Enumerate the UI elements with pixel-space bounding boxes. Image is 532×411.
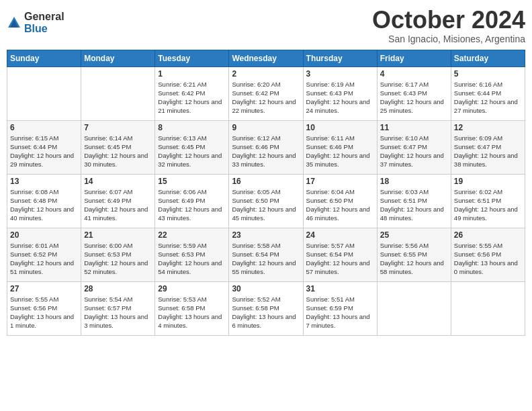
day-number: 15 [158,177,226,186]
calendar-cell: 23Sunrise: 5:58 AM Sunset: 6:54 PM Dayli… [229,228,303,281]
calendar-cell: 24Sunrise: 5:57 AM Sunset: 6:54 PM Dayli… [303,228,377,281]
calendar-cell: 9Sunrise: 6:12 AM Sunset: 6:46 PM Daylig… [229,120,303,174]
calendar-cell: 5Sunrise: 6:16 AM Sunset: 6:44 PM Daylig… [451,66,525,120]
calendar-cell: 13Sunrise: 6:08 AM Sunset: 6:48 PM Dayli… [7,174,81,228]
calendar-cell: 12Sunrise: 6:09 AM Sunset: 6:47 PM Dayli… [451,120,525,174]
day-number: 8 [158,123,226,132]
calendar-cell: 20Sunrise: 6:01 AM Sunset: 6:52 PM Dayli… [7,228,81,281]
calendar-cell: 11Sunrise: 6:10 AM Sunset: 6:47 PM Dayli… [377,120,451,174]
calendar-header-tuesday: Tuesday [155,50,229,66]
logo-blue-text: Blue [24,23,64,35]
calendar-cell: 25Sunrise: 5:56 AM Sunset: 6:55 PM Dayli… [377,228,451,281]
calendar-cell: 21Sunrise: 6:00 AM Sunset: 6:53 PM Dayli… [81,228,155,281]
day-number: 26 [454,230,522,240]
calendar-cell: 27Sunrise: 5:55 AM Sunset: 6:56 PM Dayli… [7,281,81,335]
calendar-header-sunday: Sunday [7,50,81,66]
calendar-cell: 26Sunrise: 5:55 AM Sunset: 6:56 PM Dayli… [451,228,525,281]
day-number: 21 [84,230,152,240]
day-info: Sunrise: 6:07 AM Sunset: 6:49 PM Dayligh… [84,187,152,223]
calendar-cell [7,66,81,120]
day-number: 5 [454,69,522,79]
calendar-cell: 2Sunrise: 6:20 AM Sunset: 6:42 PM Daylig… [229,66,303,120]
day-info: Sunrise: 6:00 AM Sunset: 6:53 PM Dayligh… [84,241,152,277]
calendar-header-monday: Monday [81,50,155,66]
day-info: Sunrise: 6:13 AM Sunset: 6:45 PM Dayligh… [158,134,226,169]
day-number: 7 [84,123,152,132]
day-info: Sunrise: 5:51 AM Sunset: 6:59 PM Dayligh… [306,295,374,330]
calendar-cell: 17Sunrise: 6:04 AM Sunset: 6:50 PM Dayli… [303,174,377,228]
calendar-cell: 7Sunrise: 6:14 AM Sunset: 6:45 PM Daylig… [81,120,155,174]
day-number: 18 [380,177,448,186]
calendar-cell: 19Sunrise: 6:02 AM Sunset: 6:51 PM Dayli… [451,174,525,228]
day-info: Sunrise: 6:12 AM Sunset: 6:46 PM Dayligh… [232,134,300,169]
day-number: 6 [10,123,78,132]
day-number: 29 [158,284,226,293]
day-info: Sunrise: 6:10 AM Sunset: 6:47 PM Dayligh… [380,134,448,169]
day-number: 10 [306,123,374,132]
calendar-cell: 18Sunrise: 6:03 AM Sunset: 6:51 PM Dayli… [377,174,451,228]
calendar-header-saturday: Saturday [451,50,525,66]
calendar-cell: 4Sunrise: 6:17 AM Sunset: 6:43 PM Daylig… [377,66,451,120]
day-number: 23 [232,230,300,240]
day-number: 2 [232,69,300,79]
day-number: 14 [84,177,152,186]
day-info: Sunrise: 6:11 AM Sunset: 6:46 PM Dayligh… [306,134,374,169]
title-block: October 2024 San Ignacio, Misiones, Arge… [372,7,525,44]
calendar-cell: 30Sunrise: 5:52 AM Sunset: 6:58 PM Dayli… [229,281,303,335]
calendar-week-row: 6Sunrise: 6:15 AM Sunset: 6:44 PM Daylig… [7,120,525,174]
day-info: Sunrise: 6:20 AM Sunset: 6:42 PM Dayligh… [232,80,300,116]
day-number: 1 [158,69,226,79]
day-number: 3 [306,69,374,79]
day-info: Sunrise: 6:17 AM Sunset: 6:43 PM Dayligh… [380,80,448,116]
day-info: Sunrise: 5:56 AM Sunset: 6:55 PM Dayligh… [380,241,448,277]
day-info: Sunrise: 5:58 AM Sunset: 6:54 PM Dayligh… [232,241,300,277]
calendar-cell: 3Sunrise: 6:19 AM Sunset: 6:43 PM Daylig… [303,66,377,120]
day-info: Sunrise: 6:01 AM Sunset: 6:52 PM Dayligh… [10,241,78,277]
calendar-header-wednesday: Wednesday [229,50,303,66]
day-number: 31 [306,284,374,293]
calendar-cell [377,281,451,335]
calendar-table: SundayMondayTuesdayWednesdayThursdayFrid… [7,50,525,336]
day-info: Sunrise: 6:08 AM Sunset: 6:48 PM Dayligh… [10,187,78,223]
day-info: Sunrise: 5:54 AM Sunset: 6:57 PM Dayligh… [84,295,152,330]
calendar-week-row: 27Sunrise: 5:55 AM Sunset: 6:56 PM Dayli… [7,281,525,335]
calendar-cell: 10Sunrise: 6:11 AM Sunset: 6:46 PM Dayli… [303,120,377,174]
day-info: Sunrise: 6:05 AM Sunset: 6:50 PM Dayligh… [232,187,300,223]
day-number: 11 [380,123,448,132]
day-info: Sunrise: 5:52 AM Sunset: 6:58 PM Dayligh… [232,295,300,330]
day-info: Sunrise: 6:09 AM Sunset: 6:47 PM Dayligh… [454,134,522,169]
day-info: Sunrise: 6:21 AM Sunset: 6:42 PM Dayligh… [158,80,226,116]
day-number: 20 [10,230,78,240]
day-info: Sunrise: 5:53 AM Sunset: 6:58 PM Dayligh… [158,295,226,330]
day-number: 30 [232,284,300,293]
calendar-cell: 22Sunrise: 5:59 AM Sunset: 6:53 PM Dayli… [155,228,229,281]
logo: General Blue [7,11,64,34]
day-info: Sunrise: 5:57 AM Sunset: 6:54 PM Dayligh… [306,241,374,277]
day-number: 22 [158,230,226,240]
calendar-week-row: 1Sunrise: 6:21 AM Sunset: 6:42 PM Daylig… [7,66,525,120]
calendar-cell: 31Sunrise: 5:51 AM Sunset: 6:59 PM Dayli… [303,281,377,335]
calendar-cell [451,281,525,335]
calendar-cell: 6Sunrise: 6:15 AM Sunset: 6:44 PM Daylig… [7,120,81,174]
calendar-cell: 16Sunrise: 6:05 AM Sunset: 6:50 PM Dayli… [229,174,303,228]
day-number: 16 [232,177,300,186]
day-number: 17 [306,177,374,186]
calendar-week-row: 20Sunrise: 6:01 AM Sunset: 6:52 PM Dayli… [7,228,525,281]
day-number: 19 [454,177,522,186]
calendar-cell: 15Sunrise: 6:06 AM Sunset: 6:49 PM Dayli… [155,174,229,228]
logo-general-text: General [24,11,64,23]
page-header: General Blue October 2024 San Ignacio, M… [7,7,525,44]
calendar-cell [81,66,155,120]
calendar-header-row: SundayMondayTuesdayWednesdayThursdayFrid… [7,50,525,66]
calendar-header-thursday: Thursday [303,50,377,66]
logo-icon [7,15,21,30]
day-number: 9 [232,123,300,132]
day-info: Sunrise: 6:04 AM Sunset: 6:50 PM Dayligh… [306,187,374,223]
calendar-cell: 1Sunrise: 6:21 AM Sunset: 6:42 PM Daylig… [155,66,229,120]
day-info: Sunrise: 5:59 AM Sunset: 6:53 PM Dayligh… [158,241,226,277]
calendar-cell: 29Sunrise: 5:53 AM Sunset: 6:58 PM Dayli… [155,281,229,335]
calendar-cell: 8Sunrise: 6:13 AM Sunset: 6:45 PM Daylig… [155,120,229,174]
calendar-cell: 28Sunrise: 5:54 AM Sunset: 6:57 PM Dayli… [81,281,155,335]
location-subtitle: San Ignacio, Misiones, Argentina [372,34,525,44]
calendar-body: 1Sunrise: 6:21 AM Sunset: 6:42 PM Daylig… [7,66,525,335]
